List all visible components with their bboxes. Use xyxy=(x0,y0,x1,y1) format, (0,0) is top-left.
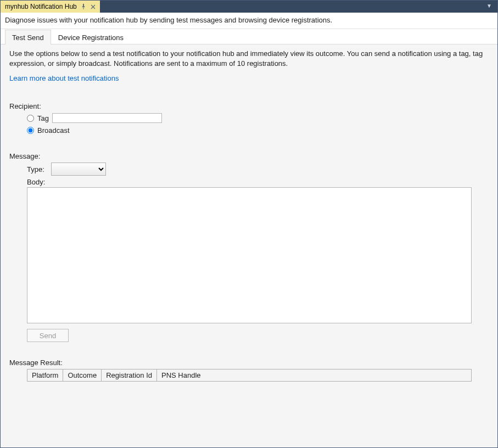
recipient-broadcast-radio[interactable] xyxy=(27,127,34,134)
message-label: Message: xyxy=(9,152,489,160)
recipient-broadcast-label: Broadcast xyxy=(37,126,70,135)
message-result-table: Platform Outcome Registration Id PNS Han… xyxy=(27,369,472,382)
recipient-tag-label: Tag xyxy=(37,114,49,122)
table-header-row: Platform Outcome Registration Id PNS Han… xyxy=(27,369,472,382)
window-menu-icon[interactable]: ▼ xyxy=(484,2,494,10)
col-outcome[interactable]: Outcome xyxy=(63,369,102,382)
message-type-label: Type: xyxy=(27,165,44,173)
send-button-label: Send xyxy=(40,332,56,340)
col-pns-handle[interactable]: PNS Handle xyxy=(156,369,471,382)
message-body-label: Body: xyxy=(27,178,489,186)
recipient-tag-row: Tag xyxy=(27,113,489,124)
message-result-label: Message Result: xyxy=(9,359,489,367)
description-text: Diagnose issues with your notification h… xyxy=(5,16,332,24)
recipient-label: Recipient: xyxy=(9,102,489,110)
learn-more-link[interactable]: Learn more about test notifications xyxy=(9,74,119,82)
tab-test-send-label: Test Send xyxy=(12,33,44,42)
intro-text: Use the options below to send a test not… xyxy=(9,49,489,69)
send-button[interactable]: Send xyxy=(27,329,69,342)
recipient-broadcast-row: Broadcast xyxy=(27,125,489,136)
tab-strip: Test Send Device Registrations xyxy=(1,29,497,44)
document-tab[interactable]: mynhub Notification Hub xyxy=(1,1,100,13)
recipient-tag-radio[interactable] xyxy=(27,115,34,122)
col-registration-id[interactable]: Registration Id xyxy=(102,369,157,382)
close-icon[interactable] xyxy=(90,3,97,10)
content-area: Use the options below to send a test not… xyxy=(1,44,497,447)
notification-hub-window: mynhub Notification Hub ▼ Diagnose issue… xyxy=(0,0,498,448)
tab-device-registrations-label: Device Registrations xyxy=(58,33,124,42)
document-tab-title: mynhub Notification Hub xyxy=(5,3,77,10)
message-type-row: Type: xyxy=(27,163,489,176)
message-body-textarea[interactable] xyxy=(27,187,472,323)
description-strip: Diagnose issues with your notification h… xyxy=(1,13,497,29)
recipient-tag-input[interactable] xyxy=(52,113,162,123)
tab-test-send[interactable]: Test Send xyxy=(5,30,51,44)
col-platform[interactable]: Platform xyxy=(27,369,63,382)
message-type-select[interactable] xyxy=(51,163,106,176)
title-bar: mynhub Notification Hub ▼ xyxy=(1,1,497,13)
tab-device-registrations[interactable]: Device Registrations xyxy=(51,30,131,44)
message-block: Message: Type: Body: Send xyxy=(9,152,489,342)
pin-icon[interactable] xyxy=(80,3,87,10)
